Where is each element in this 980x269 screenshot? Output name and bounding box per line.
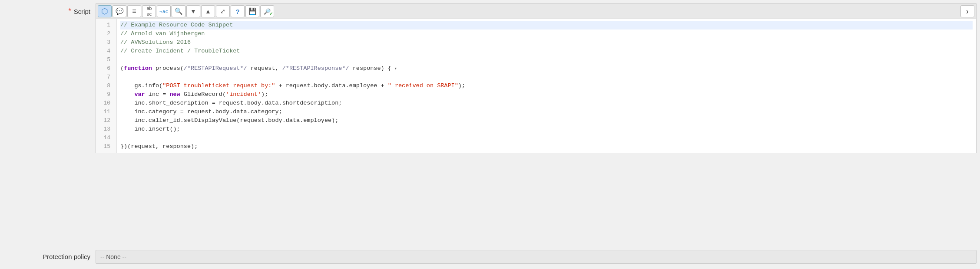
chevron-down-icon: ▼: [190, 8, 196, 15]
fullscreen-btn[interactable]: ⤢: [216, 5, 230, 17]
line-num-7: 7: [96, 73, 114, 82]
replace-icon: abac: [146, 6, 151, 17]
script-row: * Script ⬡ 💬 ≡ abac ⇒ac: [0, 0, 980, 244]
code-line-8: gs.info("POST troubleticket request by:"…: [120, 82, 973, 90]
line-num-14: 14: [96, 134, 114, 142]
code-line-9: var inc = new GlideRecord('incident');: [120, 90, 973, 99]
script-editor: ⬡ 💬 ≡ abac ⇒ac 🔍 ▼: [96, 3, 977, 153]
line-num-12: 12: [96, 116, 114, 125]
help-icon: ?: [235, 8, 239, 15]
line-numbers: 1 2 3 4 5 6 7 8 9 10 11 12 13 14 15: [96, 19, 117, 153]
code-line-15: })(request, response);: [120, 142, 973, 151]
code-line-12: inc.caller_id.setDisplayValue(request.bo…: [120, 116, 973, 125]
replace2-btn[interactable]: ⇒ac: [157, 5, 171, 17]
line-num-11: 11: [96, 108, 114, 116]
script-label: Script: [74, 8, 90, 15]
protection-policy-label: Protection policy: [43, 253, 90, 260]
line-num-6: 6: [96, 64, 114, 73]
more-icon: ›: [966, 7, 969, 16]
code-area: 1 2 3 4 5 6 7 8 9 10 11 12 13 14 15: [96, 19, 976, 153]
list-btn[interactable]: ≡: [127, 5, 141, 17]
line-num-3: 3: [96, 38, 114, 47]
more-btn[interactable]: ›: [960, 5, 974, 17]
help-btn[interactable]: ?: [231, 5, 245, 17]
list-icon: ≡: [132, 7, 136, 15]
next-btn[interactable]: ▼: [186, 5, 200, 17]
navigate-icon: ⬡: [101, 7, 108, 16]
code-line-3: // AVWSolutions 2016: [120, 38, 973, 47]
chevron-up-icon: ▲: [205, 8, 211, 15]
protection-policy-row: Protection policy -- None --: [0, 244, 980, 269]
code-line-10: inc.short_description = request.body.dat…: [120, 99, 973, 108]
line-num-15: 15: [96, 142, 114, 151]
replace2-icon: ⇒ac: [159, 9, 168, 14]
code-line-11: inc.category = request.body.data.categor…: [120, 108, 973, 116]
navigate-btn[interactable]: ⬡: [98, 5, 112, 17]
search-btn[interactable]: 🔍: [172, 5, 185, 17]
search-icon: 🔍: [175, 7, 183, 15]
expand-icon: ⤢: [220, 8, 225, 15]
comment-icon: 💬: [116, 7, 124, 15]
protection-label-area: Protection policy: [0, 253, 96, 260]
line-num-4: 4: [96, 47, 114, 56]
line-num-2: 2: [96, 30, 114, 38]
code-line-1: // Example Resource Code Snippet: [120, 21, 973, 30]
comment-btn[interactable]: 💬: [113, 5, 126, 17]
code-editor[interactable]: // Example Resource Code Snippet // Arno…: [117, 19, 976, 153]
code-line-2: // Arnold van Wijnbergen: [120, 30, 973, 38]
line-num-5: 5: [96, 56, 114, 64]
line-num-8: 8: [96, 82, 114, 90]
protection-policy-field[interactable]: -- None --: [96, 250, 977, 264]
code-line-7: [120, 73, 973, 82]
required-asterisk: *: [68, 8, 71, 15]
protection-policy-value: -- None --: [100, 253, 126, 260]
line-num-10: 10: [96, 99, 114, 108]
code-line-13: inc.insert();: [120, 125, 973, 134]
script-editor-panel: * Script ⬡ 💬 ≡ abac ⇒ac: [0, 0, 980, 269]
save-icon: 💾: [248, 7, 257, 15]
line-num-13: 13: [96, 125, 114, 134]
code-line-4: // Create Incident / TroubleTicket: [120, 47, 973, 56]
prev-btn[interactable]: ▲: [201, 5, 215, 17]
code-line-6: (function process(/*RESTAPIRequest*/ req…: [120, 64, 973, 73]
check-btn[interactable]: 🔎 ✔: [260, 5, 274, 17]
replace-btn[interactable]: abac: [142, 5, 156, 17]
script-label-area: * Script: [0, 3, 96, 15]
line-num-9: 9: [96, 90, 114, 99]
save-btn[interactable]: 💾: [245, 5, 259, 17]
code-line-14: [120, 134, 973, 142]
code-line-5: [120, 56, 973, 64]
line-num-1: 1: [96, 21, 114, 30]
editor-toolbar: ⬡ 💬 ≡ abac ⇒ac 🔍 ▼: [96, 4, 976, 19]
